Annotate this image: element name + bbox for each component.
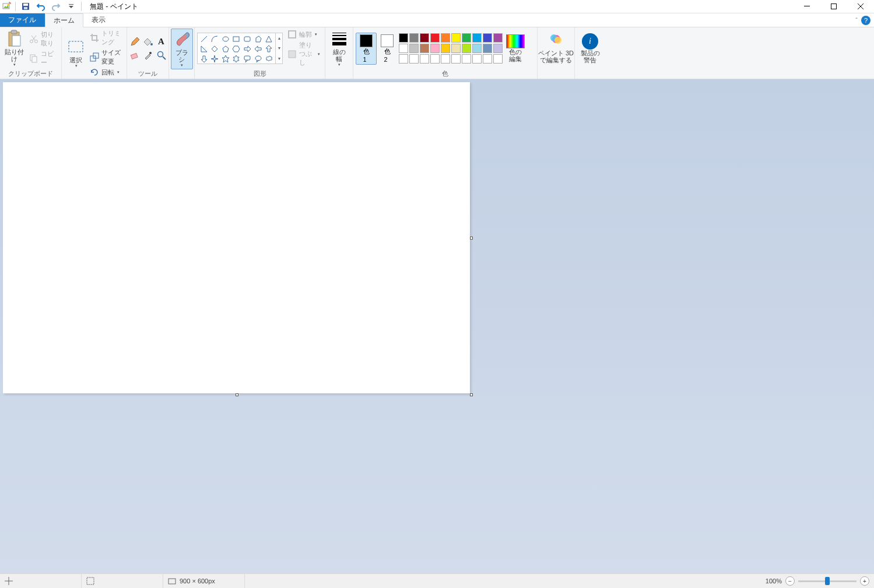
shape-rtriangle[interactable] (199, 44, 209, 54)
shape-polygon[interactable] (253, 34, 264, 44)
canvas[interactable] (3, 82, 470, 393)
collapse-ribbon-icon[interactable]: ˆ (855, 17, 858, 24)
palette-color[interactable] (483, 33, 492, 43)
shape-star5[interactable] (220, 54, 231, 64)
zoom-slider[interactable] (798, 580, 857, 582)
palette-color[interactable] (483, 44, 492, 53)
zoom-out-button[interactable]: − (785, 576, 795, 586)
help-icon[interactable]: ? (861, 16, 871, 25)
qat-customize-icon[interactable] (65, 0, 78, 13)
shape-curve[interactable] (210, 34, 220, 44)
palette-color[interactable] (462, 33, 471, 43)
magnifier-tool[interactable] (155, 49, 168, 62)
shape-triangle[interactable] (264, 34, 274, 44)
palette-color[interactable] (430, 44, 440, 53)
shape-callout-cloud[interactable] (264, 54, 274, 64)
tab-file[interactable]: ファイル (0, 13, 45, 27)
stroke-width-button[interactable]: 線の幅 ▾ (328, 29, 351, 68)
copy-button[interactable]: コピー (27, 49, 59, 68)
palette-color[interactable] (430, 33, 440, 43)
palette-color[interactable] (472, 44, 482, 53)
palette-color[interactable] (409, 44, 419, 53)
shape-hexagon[interactable] (231, 44, 242, 54)
picker-tool[interactable] (142, 49, 155, 62)
palette-color[interactable] (399, 44, 408, 53)
palette-custom-slot[interactable] (420, 54, 429, 64)
tab-home[interactable]: ホーム (45, 13, 83, 27)
palette-custom-slot[interactable] (430, 54, 440, 64)
palette-color[interactable] (441, 44, 450, 53)
tab-view[interactable]: 表示 (83, 13, 114, 27)
select-button[interactable]: 選択 ▾ (64, 37, 87, 69)
undo-icon[interactable] (34, 0, 47, 13)
maximize-button[interactable] (820, 0, 847, 13)
resize-handle-bottom[interactable] (236, 393, 238, 396)
palette-color[interactable] (493, 44, 503, 53)
palette-color[interactable] (472, 33, 482, 43)
palette-color[interactable] (420, 33, 429, 43)
palette-custom-slot[interactable] (409, 54, 419, 64)
resize-handle-corner[interactable] (470, 393, 473, 396)
pencil-tool[interactable] (128, 36, 141, 48)
shape-star6[interactable] (231, 54, 242, 64)
shape-arrow-up[interactable] (264, 44, 274, 54)
shape-pentagon[interactable] (220, 44, 231, 54)
workspace[interactable] (0, 79, 874, 573)
zoom-in-button[interactable]: + (860, 576, 869, 586)
paste-button[interactable]: 貼り付け ▾ (2, 29, 27, 68)
palette-color[interactable] (409, 33, 419, 43)
shape-diamond[interactable] (210, 44, 220, 54)
selection-icon (86, 577, 94, 585)
crop-button[interactable]: トリミング (87, 29, 124, 47)
minimize-button[interactable] (794, 0, 820, 13)
palette-custom-slot[interactable] (441, 54, 450, 64)
resize-handle-right[interactable] (470, 237, 473, 240)
svg-rect-10 (11, 30, 17, 34)
palette-color[interactable] (451, 44, 461, 53)
resize-button[interactable]: サイズ変更 (87, 48, 124, 66)
edit-colors-button[interactable]: 色の 編集 (504, 33, 527, 64)
shape-rect[interactable] (231, 34, 242, 44)
shape-callout-oval[interactable] (253, 54, 264, 64)
palette-custom-slot[interactable] (472, 54, 482, 64)
color2-swatch (381, 34, 394, 47)
palette-custom-slot[interactable] (399, 54, 408, 64)
shape-callout-rect[interactable] (242, 54, 252, 64)
palette-color[interactable] (462, 44, 471, 53)
close-button[interactable] (847, 0, 874, 13)
fill-shape-icon (287, 50, 297, 59)
shapes-gallery-scroller[interactable]: ▴▾▾ (276, 33, 283, 64)
shapes-gallery[interactable] (197, 33, 276, 64)
text-tool[interactable]: A (155, 36, 168, 48)
palette-custom-slot[interactable] (483, 54, 492, 64)
eraser-tool[interactable] (128, 49, 141, 62)
palette-custom-slot[interactable] (451, 54, 461, 64)
shape-oval[interactable] (220, 34, 231, 44)
palette-custom-slot[interactable] (493, 54, 503, 64)
rotate-button[interactable]: 回転 ▾ (87, 67, 124, 78)
palette-color[interactable] (441, 33, 450, 43)
shape-arrow-right[interactable] (242, 44, 252, 54)
shape-line[interactable] (199, 34, 209, 44)
palette-color[interactable] (451, 33, 461, 43)
shape-arrow-left[interactable] (253, 44, 264, 54)
cut-button[interactable]: 切り取り (27, 30, 59, 48)
color1-button[interactable]: 色 1 (356, 33, 377, 65)
palette-color[interactable] (399, 33, 408, 43)
status-bar: 900 × 600px 100% − + (0, 573, 874, 588)
color2-button[interactable]: 色 2 (377, 33, 398, 64)
shape-star4[interactable] (210, 54, 220, 64)
shape-arrow-down[interactable] (199, 54, 209, 64)
save-icon[interactable] (19, 0, 32, 13)
fill-button[interactable]: 塗りつぶし▾ (285, 40, 322, 68)
shape-roundrect[interactable] (242, 34, 252, 44)
outline-button[interactable]: 輪郭▾ (285, 29, 322, 40)
brushes-button[interactable]: ブラシ ▾ (171, 29, 193, 69)
paint3d-button[interactable]: ペイント 3D で編集する (536, 32, 576, 65)
palette-custom-slot[interactable] (462, 54, 471, 64)
fill-tool[interactable] (142, 36, 155, 48)
product-alerts-button[interactable]: i 製品の 警告 (578, 32, 602, 65)
redo-icon[interactable] (50, 0, 62, 13)
palette-color[interactable] (493, 33, 503, 43)
palette-color[interactable] (420, 44, 429, 53)
